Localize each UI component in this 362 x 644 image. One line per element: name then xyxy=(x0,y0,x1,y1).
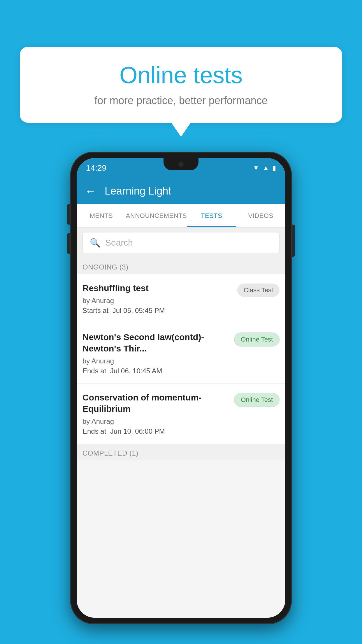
status-time: 14:29 xyxy=(86,163,106,173)
test-item-time: Ends at Jun 10, 06:00 PM xyxy=(82,427,229,435)
test-badge-online: Online Test xyxy=(234,393,280,407)
tab-announcements[interactable]: ANNOUNCEMENTS xyxy=(126,204,187,227)
search-container: 🔍 Search xyxy=(77,228,285,258)
app-title: Learning Light xyxy=(105,185,171,197)
test-item-content: Reshuffling test by Anurag Starts at Jul… xyxy=(82,282,237,315)
test-item[interactable]: Conservation of momentum-Equilibrium by … xyxy=(77,384,285,444)
test-item-author: by Anurag xyxy=(82,297,233,305)
phone-screen: 14:29 ← Learning Light MENTS ANNOUNCEMEN… xyxy=(77,158,285,618)
phone-container: 14:29 ← Learning Light MENTS ANNOUNCEMEN… xyxy=(70,152,292,624)
battery-icon xyxy=(273,164,276,172)
test-item-content: Newton's Second law(contd)-Newton's Thir… xyxy=(82,331,234,375)
test-item[interactable]: Reshuffling test by Anurag Starts at Jul… xyxy=(77,274,285,323)
signal-icon xyxy=(263,164,269,172)
phone-notch xyxy=(164,158,198,170)
wifi-icon xyxy=(253,164,259,172)
speech-bubble-title: Online tests xyxy=(37,61,325,89)
search-placeholder: Search xyxy=(105,238,133,248)
tab-videos[interactable]: VIDEOS xyxy=(236,204,285,227)
test-badge-class: Class Test xyxy=(237,284,280,297)
volume-up-button[interactable] xyxy=(67,204,70,225)
test-badge-online: Online Test xyxy=(234,332,280,346)
tab-ments[interactable]: MENTS xyxy=(77,204,126,227)
volume-down-button[interactable] xyxy=(67,233,70,254)
test-item-time: Starts at Jul 05, 05:45 PM xyxy=(82,307,233,315)
section-completed-header: COMPLETED (1) xyxy=(77,444,285,460)
search-bar[interactable]: 🔍 Search xyxy=(82,232,280,253)
test-item-author: by Anurag xyxy=(82,417,229,426)
speech-bubble-subtitle: for more practice, better performance xyxy=(37,94,325,107)
test-item-name: Newton's Second law(contd)-Newton's Thir… xyxy=(82,331,229,354)
test-item-content: Conservation of momentum-Equilibrium by … xyxy=(82,392,234,435)
test-item-name: Reshuffling test xyxy=(82,282,233,294)
back-button[interactable]: ← xyxy=(85,185,96,198)
front-camera xyxy=(178,162,184,167)
tab-tests[interactable]: TESTS xyxy=(187,204,236,227)
test-item[interactable]: Newton's Second law(contd)-Newton's Thir… xyxy=(77,323,285,384)
status-icons xyxy=(253,164,276,172)
tab-bar: MENTS ANNOUNCEMENTS TESTS VIDEOS xyxy=(77,204,285,228)
test-item-author: by Anurag xyxy=(82,357,229,365)
search-icon: 🔍 xyxy=(90,238,101,248)
phone-frame: 14:29 ← Learning Light MENTS ANNOUNCEMEN… xyxy=(70,152,292,624)
test-item-name: Conservation of momentum-Equilibrium xyxy=(82,392,229,414)
speech-bubble: Online tests for more practice, better p… xyxy=(20,47,342,123)
power-button[interactable] xyxy=(292,225,295,257)
section-ongoing-header: ONGOING (3) xyxy=(77,258,285,274)
app-header: ← Learning Light xyxy=(77,178,285,204)
test-list: Reshuffling test by Anurag Starts at Jul… xyxy=(77,274,285,444)
test-item-time: Ends at Jul 06, 10:45 AM xyxy=(82,367,229,375)
